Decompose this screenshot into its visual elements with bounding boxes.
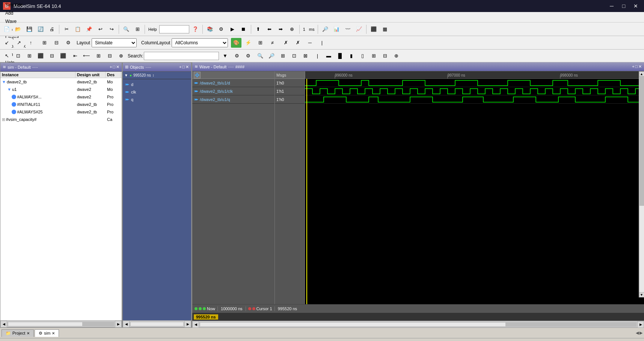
wave-settings-icon[interactable]: [194, 72, 201, 78]
opt-btn2[interactable]: ⚙: [243, 51, 253, 61]
tab-project[interactable]: 📁 Project ✕: [2, 329, 34, 337]
color-btn[interactable]: 🎨: [231, 38, 241, 48]
sim-scroll-left[interactable]: ◀: [0, 321, 7, 327]
zoom-sel-btn[interactable]: ⊠: [300, 51, 311, 61]
find-btn[interactable]: 🔍: [121, 24, 131, 34]
dash-btn[interactable]: ─: [305, 38, 315, 48]
help-btn[interactable]: ❓: [190, 24, 201, 34]
search-input[interactable]: [144, 52, 219, 60]
wave-hscroll[interactable]: ◀ ▶: [192, 321, 644, 327]
sel6-btn[interactable]: ⬛: [58, 51, 68, 61]
obj-row-d[interactable]: d: [124, 81, 190, 88]
wave-mark6[interactable]: ⊞: [368, 51, 379, 61]
obj-max-btn[interactable]: □: [182, 65, 185, 69]
search-down-btn[interactable]: ▼: [220, 51, 230, 61]
wave-signal-row-clk[interactable]: /dwave2_tb/u1/clk: [192, 87, 274, 95]
tree-row-1[interactable]: ▼ u1 dwave2 Mo: [0, 86, 122, 93]
wave-mark2[interactable]: ▬: [323, 51, 334, 61]
wave-scroll-right[interactable]: ▶: [637, 321, 644, 328]
profile-btn[interactable]: ⬛: [368, 24, 379, 34]
opt-btn1[interactable]: ⚙: [232, 51, 242, 61]
tab-sim[interactable]: ⚙ sim ✕: [35, 329, 59, 337]
maximize-button[interactable]: □: [618, 1, 629, 11]
rewind-btn[interactable]: ⟵: [81, 51, 92, 61]
zoom-out-btn[interactable]: 🔎: [266, 51, 277, 61]
grp-btn[interactable]: ⊞: [39, 38, 50, 48]
stop-btn[interactable]: ⏹: [238, 24, 249, 34]
wave-scroll-left[interactable]: ◀: [192, 321, 199, 328]
wave-btn2[interactable]: 📈: [354, 24, 364, 34]
sel-btn[interactable]: ↖: [2, 51, 12, 61]
print-btn[interactable]: 🖨: [47, 24, 57, 34]
vscroll-track[interactable]: [639, 77, 644, 292]
minimize-button[interactable]: ─: [606, 1, 617, 11]
zoom-cursor-btn[interactable]: ⊡: [289, 51, 299, 61]
wave-mark5[interactable]: ▯: [357, 51, 368, 61]
sim-scroll-right[interactable]: ▶: [115, 321, 122, 327]
undo-btn[interactable]: ↩: [95, 24, 106, 34]
sel2-btn[interactable]: ⊡: [13, 51, 23, 61]
wave-add-btn[interactable]: ↗: [14, 38, 24, 48]
pipe-btn[interactable]: |: [317, 38, 327, 48]
cursor-btn2[interactable]: ⬅: [264, 24, 275, 34]
sim-close-btn[interactable]: ✕: [116, 65, 119, 69]
copy-btn[interactable]: 📋: [72, 24, 83, 34]
vscroll-down[interactable]: ▼: [639, 292, 644, 297]
wave-scroll-track[interactable]: [200, 322, 636, 327]
wave-mark8[interactable]: ⊕: [391, 51, 401, 61]
wave-signal-row-d[interactable]: /dwave2_tb/u1/d: [192, 79, 274, 87]
wave-mark3[interactable]: █: [335, 51, 345, 61]
close-button[interactable]: ✕: [630, 1, 641, 11]
wave-signal-row-q[interactable]: /dwave2_tb/u1/q: [192, 95, 274, 104]
wave-mark7[interactable]: ⊟: [380, 51, 390, 61]
help-input[interactable]: [159, 25, 189, 33]
cursor-btn4[interactable]: ⊕: [287, 24, 297, 34]
sim-max-btn[interactable]: □: [113, 65, 115, 69]
new-btn[interactable]: 📄: [2, 24, 12, 34]
zoom-btn2[interactable]: 📊: [331, 24, 342, 34]
arrow-btn[interactable]: ↙: [2, 38, 12, 48]
wave-max-btn[interactable]: □: [635, 64, 638, 69]
tree-row-3[interactable]: #INITIAL#11 dwave2_tb Pro: [0, 101, 122, 108]
tree-row-4[interactable]: #ALWAYS#25 dwave2_tb Pro: [0, 108, 122, 116]
menu-item-simulate[interactable]: Simulate: [2, 1, 32, 9]
obj-row-q[interactable]: q: [124, 96, 190, 103]
obj-scroll-track[interactable]: [130, 322, 184, 326]
sel3-btn[interactable]: ⊞: [24, 51, 35, 61]
sim-btn[interactable]: ▶: [227, 24, 238, 34]
signal-btn[interactable]: ⚡: [243, 38, 253, 48]
prev-btn[interactable]: ⇤: [70, 51, 80, 61]
lib-btn[interactable]: 📚: [205, 24, 215, 34]
vscroll-up[interactable]: ▲: [639, 71, 644, 77]
layout-select[interactable]: Simulate: [92, 38, 137, 47]
cursor-btn1[interactable]: ⬆: [253, 24, 264, 34]
fmt-btn[interactable]: ⚙: [63, 38, 74, 48]
sim-scrollbar[interactable]: ◀ ▶: [0, 320, 122, 327]
wave-add-btn[interactable]: +: [632, 64, 634, 69]
sim-add-btn[interactable]: +: [110, 65, 112, 69]
cmp-btn[interactable]: ⊞: [255, 38, 265, 48]
obj-scrollbar[interactable]: ◀ ▶: [123, 320, 191, 327]
diff-btn[interactable]: ≠: [267, 38, 278, 48]
tab-project-close[interactable]: ✕: [27, 331, 30, 335]
obj-row-clk[interactable]: clk: [124, 88, 190, 96]
snap-btn[interactable]: ⊞: [93, 51, 104, 61]
wave-mark4[interactable]: ▮: [346, 51, 356, 61]
dock-btn[interactable]: ⊞: [132, 24, 143, 34]
tab-prev-arrow[interactable]: ◀: [636, 330, 639, 335]
cursor-btn3[interactable]: ➡: [276, 24, 286, 34]
grid-btn[interactable]: ▦: [380, 24, 390, 34]
tree-row-0[interactable]: ▼ dwave2_tb dwave2_tb Mo: [0, 78, 122, 86]
wave-vscroll[interactable]: ▲ ▼: [639, 71, 644, 297]
sel5-btn[interactable]: ⊟: [47, 51, 57, 61]
tree-row-5[interactable]: ⊞ #vsim_capacity# Ca: [0, 116, 122, 123]
open-btn[interactable]: 📂: [13, 24, 23, 34]
menu-item-add[interactable]: Add: [2, 9, 32, 17]
wave-btn1[interactable]: 〰: [342, 24, 353, 34]
zoom-btn1[interactable]: 🔎: [320, 24, 330, 34]
obj-close-btn[interactable]: ✕: [186, 65, 189, 69]
xmark2-btn[interactable]: ✗: [293, 38, 303, 48]
obj-filter-icon[interactable]: ▼: [124, 73, 128, 77]
zoom-in-btn[interactable]: 🔍: [255, 51, 265, 61]
obj-scroll-left[interactable]: ◀: [123, 321, 130, 327]
